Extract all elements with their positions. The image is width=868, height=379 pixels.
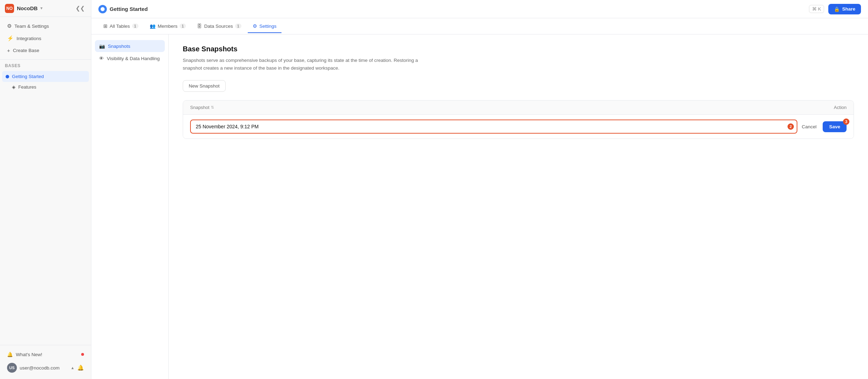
snapshot-name-input[interactable] [190,120,797,134]
bases-section-label: Bases [0,60,91,70]
integrations-label: Integrations [17,36,41,41]
dropdown-icon: ▾ [40,6,43,11]
cancel-button[interactable]: Cancel [798,121,820,132]
tab-data-sources[interactable]: 🗄 Data Sources 1 [192,20,246,33]
action-column-header: Action [804,105,847,110]
sort-icon: ⇅ [211,105,214,110]
whats-new-label: What's New! [16,352,42,357]
topbar-actions: ⌘ K 🔒 Share [809,4,861,14]
members-icon: 👥 [150,23,156,29]
whats-new-button[interactable]: 🔔 What's New! [5,349,86,360]
logo-box: NO [5,4,14,13]
camera-icon: 📷 [99,43,105,49]
content-area: 📷 Snapshots 👁 Visibility & Data Handling… [91,34,868,379]
cmd-k-badge[interactable]: ⌘ K [809,5,824,13]
settings-item-visibility[interactable]: 👁 Visibility & Data Handling [95,53,165,64]
tab-members[interactable]: 👥 Members 1 [145,20,191,33]
sidebar-footer: 🔔 What's New! US user@nocodb.com ▲ 🔔 [0,345,91,379]
plus-icon: + [7,47,10,53]
collapse-sidebar-button[interactable]: ❮❮ [74,4,86,13]
tab-settings[interactable]: ⚙ Settings [248,20,281,33]
active-base-label: Getting Started [12,74,44,79]
user-avatar: US [7,363,17,373]
sidebar: NO NocoDB ▾ ❮❮ ⚙ Team & Settings ⚡ Integ… [0,0,91,379]
snapshot-column-header[interactable]: Snapshot ⇅ [190,105,804,110]
sidebar-item-getting-started[interactable]: Getting Started [2,71,89,82]
notification-bell-icon: 🔔 [77,365,84,371]
base-icon [98,5,107,13]
user-email: user@nocodb.com [20,365,68,371]
sidebar-item-create-base[interactable]: + Create Base [2,45,89,56]
table-icon: ⊞ [103,23,108,29]
sidebar-item-integrations[interactable]: ⚡ Integrations [2,32,89,44]
active-base-dot [6,75,9,78]
visibility-label: Visibility & Data Handling [107,56,160,61]
create-base-label: Create Base [13,48,39,53]
save-button[interactable]: Save 3 [823,121,847,132]
snapshot-row-actions: Cancel Save 3 [797,121,847,132]
notification-dot [81,353,84,356]
share-button[interactable]: 🔒 Share [828,4,861,14]
chevron-up-icon: ▲ [71,366,75,370]
app-logo[interactable]: NO NocoDB ▾ [5,4,43,13]
tabs-bar: ⊞ All Tables 1 👥 Members 1 🗄 Data Source… [91,18,868,34]
snapshot-row: 2 Cancel Save 3 [183,115,854,139]
snapshot-table: Snapshot ⇅ Action 2 Cancel [183,100,854,139]
sidebar-item-features[interactable]: ◈ Features [2,82,89,92]
main-content: Getting Started ⌘ K 🔒 Share ⊞ All Tables… [91,0,868,379]
base-title: Getting Started [110,6,148,12]
gear-icon: ⚙ [7,23,12,29]
sidebar-item-team-settings[interactable]: ⚙ Team & Settings [2,20,89,32]
panel-title: Base Snapshots [183,45,854,53]
snapshot-table-header: Snapshot ⇅ Action [183,101,854,115]
topbar-title: Getting Started [98,5,148,13]
integrations-icon: ⚡ [7,35,14,41]
new-snapshot-button[interactable]: New Snapshot [183,80,226,92]
sidebar-nav: ⚙ Team & Settings ⚡ Integrations + Creat… [0,17,91,60]
sidebar-bases: Getting Started ◈ Features [0,70,91,345]
app-name: NocoDB [17,5,38,11]
main-panel: Base Snapshots Snapshots serve as compre… [169,34,868,379]
lock-icon: 🔒 [834,6,840,12]
snapshot-input-wrapper: 2 [190,120,797,134]
database-icon: 🗄 [197,24,202,29]
eye-icon: 👁 [99,56,104,61]
user-row[interactable]: US user@nocodb.com ▲ 🔔 [5,360,86,375]
cube-icon: ◈ [12,84,15,90]
snapshots-label: Snapshots [108,44,130,49]
settings-sidebar: 📷 Snapshots 👁 Visibility & Data Handling [91,34,169,379]
team-settings-label: Team & Settings [14,24,49,29]
settings-icon: ⚙ [253,23,257,29]
input-step-badge: 2 [788,123,794,130]
save-step-badge: 3 [843,118,849,125]
features-label: Features [18,84,36,90]
bell-icon: 🔔 [7,352,13,357]
settings-item-snapshots[interactable]: 📷 Snapshots [95,40,165,52]
svg-point-0 [101,7,105,11]
topbar: Getting Started ⌘ K 🔒 Share [91,0,868,18]
panel-description: Snapshots serve as comprehensive backups… [183,57,429,72]
tab-all-tables[interactable]: ⊞ All Tables 1 [98,20,143,33]
